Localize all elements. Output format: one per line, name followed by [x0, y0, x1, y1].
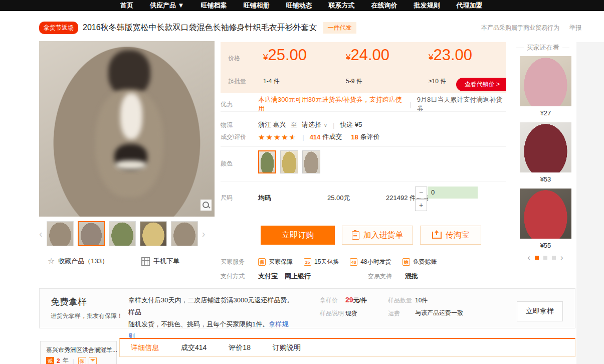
get-sample-button[interactable]: 立即拿样: [517, 301, 563, 321]
color-swatch-3[interactable]: [302, 150, 320, 173]
zoom-icon[interactable]: [200, 200, 212, 211]
trade-notice: 本产品采购属于商业贸易行为: [481, 24, 559, 32]
integrity-badge-icon: 诚: [46, 357, 54, 364]
thumbnail-strip: ‹ ›: [39, 220, 216, 248]
size-label: 尺码: [221, 194, 258, 202]
review-count[interactable]: 18: [351, 133, 358, 141]
add-to-purchase-list-button[interactable]: 加入进货单: [342, 226, 413, 245]
sidebar-product-1[interactable]: ¥27: [520, 56, 571, 117]
star-icon: ☆: [48, 257, 55, 265]
nav-item-shop-profile[interactable]: 旺铺档案: [200, 1, 227, 10]
thumbnail-5[interactable]: [171, 221, 198, 246]
quantity-stepper: − 0 +: [415, 187, 500, 213]
sidebar-product-price: ¥53: [520, 175, 571, 183]
sidebar-product-3[interactable]: ¥55: [520, 189, 571, 249]
service-48h-shipping[interactable]: 48 48小时发货: [350, 258, 391, 266]
guarantee-icon: 保: [258, 258, 266, 266]
thumbnail-2-selected[interactable]: [78, 221, 105, 246]
nav-item-shop-feed[interactable]: 旺铺动态: [286, 1, 312, 10]
sidebar-product-2[interactable]: ¥53: [520, 122, 571, 183]
wangwang-chat-icon[interactable]: [89, 357, 97, 364]
sample-availability: 现货: [345, 309, 357, 318]
chevron-down-icon[interactable]: ∨: [324, 122, 327, 128]
payment-label: 支付方式: [221, 272, 258, 281]
price-label: 价格: [228, 54, 240, 63]
credit-icon: 赊: [402, 258, 410, 266]
moq-tier-2: 5-9 件: [346, 77, 362, 86]
size-unit-price: 25.00元: [327, 194, 350, 203]
action-buttons: 立即订购 加入进货单 传淘宝: [261, 226, 481, 245]
view-consign-price-button[interactable]: 查看代销价 >: [456, 78, 506, 91]
service-15day-exchange[interactable]: 15 15天包换: [304, 258, 339, 266]
thumbnail-4[interactable]: [140, 221, 167, 246]
trade-support-label: 交易支持: [368, 272, 392, 281]
sidebar-product-image: [520, 122, 571, 172]
sidebar-product-image: [520, 56, 571, 106]
sample-quantity: 10件: [415, 296, 428, 305]
qr-code-icon: [141, 257, 150, 266]
photo-figure: [115, 160, 146, 169]
service-guarantee[interactable]: 保 买家保障: [258, 258, 293, 266]
favorite-button[interactable]: ☆ 收藏产品（133）: [48, 257, 108, 266]
payment-row: 支付方式 支付宝 网上银行 交易支持 混批: [221, 272, 506, 281]
seller-meta: 诚 2 年 | 保: [46, 356, 97, 364]
divider: [221, 181, 506, 182]
destination-select[interactable]: 请选择: [302, 120, 321, 129]
divider: [221, 146, 506, 147]
pager-next-arrow-icon[interactable]: ›: [560, 253, 563, 262]
color-swatch-2[interactable]: [280, 150, 298, 173]
favorite-label: 收藏产品（133）: [58, 257, 108, 266]
nav-item-agent[interactable]: 代理加盟: [456, 1, 482, 10]
promo-extra-text: 9月8日当天累计支付满返补货券: [417, 95, 506, 113]
pager-dot-1[interactable]: [535, 256, 539, 260]
order-now-button[interactable]: 立即订购: [261, 226, 335, 245]
thumbs-prev-arrow-icon[interactable]: ‹: [39, 229, 43, 239]
tab-detail-info[interactable]: 详细信息: [131, 343, 159, 352]
nav-item-shop-album[interactable]: 旺铺相册: [243, 1, 269, 10]
seller-name[interactable]: 嘉兴市秀洲区洪合澜漄羊...: [46, 346, 117, 354]
price-tier-2: ¥24.00: [346, 46, 389, 64]
trade-support-value: 混批: [405, 272, 418, 281]
mobile-order-button[interactable]: 手机下单: [141, 257, 179, 266]
product-main-image[interactable]: [39, 41, 215, 217]
sample-price: 29元/件: [345, 296, 367, 305]
qty-input[interactable]: 0: [428, 187, 478, 199]
promo-coupon-text: 本店满300元可用30元进货券/补货券，支持跨店使用: [258, 95, 404, 113]
color-label: 颜色: [221, 159, 258, 168]
nav-item-home[interactable]: 首页: [120, 1, 133, 10]
tab-reviews[interactable]: 评价18: [229, 343, 251, 352]
pager-prev-arrow-icon[interactable]: ‹: [527, 253, 530, 262]
pager-dot-3[interactable]: [552, 256, 556, 260]
nav-item-wholesale-rules[interactable]: 批发规则: [414, 1, 440, 10]
qty-minus-button[interactable]: −: [415, 187, 427, 199]
payment-netbank: 网上银行: [285, 272, 311, 281]
tab-transactions[interactable]: 成交414: [181, 343, 207, 352]
sidebar-product-price: ¥27: [520, 109, 571, 117]
service-free-credit[interactable]: 赊 免费赊账: [402, 258, 437, 266]
express-fee: 快递 ¥5: [340, 120, 362, 129]
rating-label: 成交\评价: [221, 133, 258, 141]
send-to-taobao-button[interactable]: 传淘宝: [420, 226, 481, 245]
dropship-badge: 一件代发: [323, 22, 356, 34]
nav-item-inquiry[interactable]: 在线询价: [371, 1, 397, 10]
qty-plus-button[interactable]: +: [415, 199, 427, 211]
sample-subtitle: 进货先拿样，批发有保障！: [51, 312, 123, 320]
divider: [221, 111, 506, 112]
thumbnail-1[interactable]: [47, 221, 74, 246]
promo-event-badge[interactable]: 拿货节返场: [39, 22, 78, 34]
sidebar-pager: ‹ ›: [521, 253, 569, 262]
nav-item-products[interactable]: 供应产品 ▼: [150, 1, 184, 10]
color-swatch-1-selected[interactable]: [258, 150, 276, 173]
sold-count[interactable]: 414: [310, 133, 321, 141]
thumbnail-3[interactable]: [109, 221, 136, 246]
report-link[interactable]: 举报: [569, 24, 581, 32]
detail-tab-bar: 详细信息 成交414 评价18 订购说明: [119, 338, 575, 357]
pager-dot-2[interactable]: [543, 256, 547, 260]
moq-tier-3: ≥10 件: [429, 77, 446, 86]
sample-description: 拿样支付后30天内，二次店铺进货满3000元返还样品费。样品 随机发货，不挑色、…: [128, 294, 294, 342]
payment-alipay: 支付宝: [258, 272, 278, 281]
thumbs-next-arrow-icon[interactable]: ›: [202, 229, 206, 239]
nav-item-contact[interactable]: 联系方式: [328, 1, 354, 10]
tab-order-notes[interactable]: 订购说明: [273, 343, 301, 352]
upload-icon: [432, 232, 442, 239]
